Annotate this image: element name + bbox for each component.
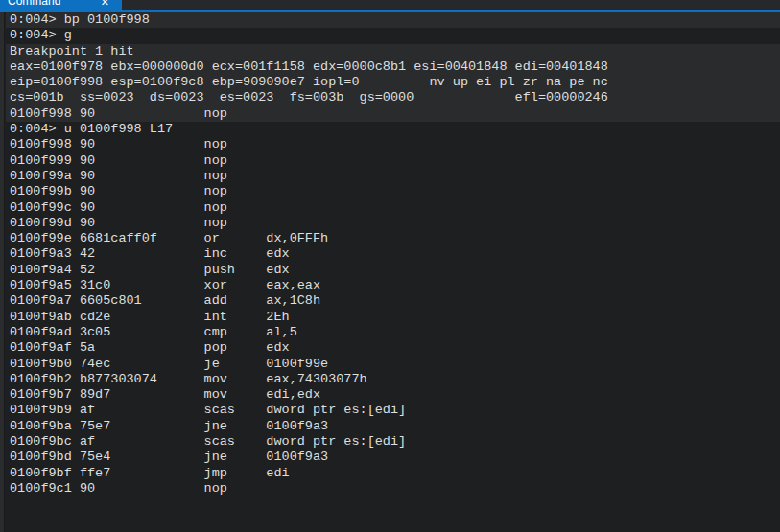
output-line: 0100f998 90 nop xyxy=(6,137,780,152)
output-line: 0100f9ab cd2e int 2Eh xyxy=(6,310,780,325)
output-line: 0:004> bp 0100f998 xyxy=(6,12,780,28)
output-line: 0100f9ad 3c05 cmp al,5 xyxy=(6,325,780,340)
output-line: 0100f99b 90 nop xyxy=(6,184,780,199)
output-line: 0100f9c1 90 nop xyxy=(6,481,780,497)
output-line: 0100f99d 90 nop xyxy=(6,216,780,231)
command-window: Command ✕ 0:004> bp 0100f9980:004> gBrea… xyxy=(0,0,780,532)
output-line: 0100f9ba 75e7 jne 0100f9a3 xyxy=(6,419,780,434)
output-line: cs=001b ss=0023 ds=0023 es=0023 fs=003b … xyxy=(6,90,780,105)
output-line: 0100f99a 90 nop xyxy=(6,169,780,184)
output-block: Breakpoint 1 hiteax=0100f978 ebx=000000d… xyxy=(6,44,780,122)
output-line: 0100f9a4 52 push edx xyxy=(6,263,780,278)
output-line: 0100f998 90 nop xyxy=(6,106,780,122)
output-line: 0100f9b9 af scas dword ptr es:[edi] xyxy=(6,403,780,418)
tab-bar: Command ✕ xyxy=(0,0,780,10)
output-line: 0100f9af 5a pop edx xyxy=(6,340,780,356)
output-block: 0:004> bp 0100f998 xyxy=(6,12,780,28)
output-line: eip=0100f998 esp=0100f9c8 ebp=909090e7 i… xyxy=(6,75,780,90)
output-line: Breakpoint 1 hit xyxy=(6,44,780,59)
output-line: 0100f9bd 75e4 jne 0100f9a3 xyxy=(6,450,780,465)
output-line: 0100f99c 90 nop xyxy=(6,200,780,216)
output-line: 0100f9a3 42 inc edx xyxy=(6,246,780,262)
output-line: 0100f999 90 nop xyxy=(6,153,780,169)
pane-left-gutter xyxy=(0,12,5,532)
output-line: eax=0100f978 ebx=000000d0 ecx=001f1158 e… xyxy=(6,59,780,75)
output-line: 0100f9a5 31c0 xor eax,eax xyxy=(6,278,780,293)
output-line: 0:004> u 0100f998 L17 xyxy=(6,122,780,137)
output-line: 0:004> g xyxy=(6,28,780,43)
close-icon[interactable]: ✕ xyxy=(101,0,109,8)
output-block: 0:004> g xyxy=(6,28,780,43)
command-pane: 0:004> bp 0100f9980:004> gBreakpoint 1 h… xyxy=(0,12,780,532)
output-line: 0100f9a7 6605c801 add ax,1C8h xyxy=(6,293,780,309)
output-line: 0100f9b2 b877303074 mov eax,74303077h xyxy=(6,372,780,387)
tab-command[interactable]: Command ✕ xyxy=(0,0,122,10)
output-line: 0100f9b7 89d7 mov edi,edx xyxy=(6,387,780,403)
output-block: 0:004> u 0100f998 L170100f998 90 nop0100… xyxy=(6,122,780,497)
output-line: 0100f99e 6681caff0f or dx,0FFFh xyxy=(6,231,780,246)
output-line: 0100f9bc af scas dword ptr es:[edi] xyxy=(6,434,780,450)
tab-label: Command xyxy=(8,0,60,8)
output-line: 0100f9b0 74ec je 0100f99e xyxy=(6,357,780,372)
output-line: 0100f9bf ffe7 jmp edi xyxy=(6,466,780,481)
command-output[interactable]: 0:004> bp 0100f9980:004> gBreakpoint 1 h… xyxy=(6,12,780,532)
